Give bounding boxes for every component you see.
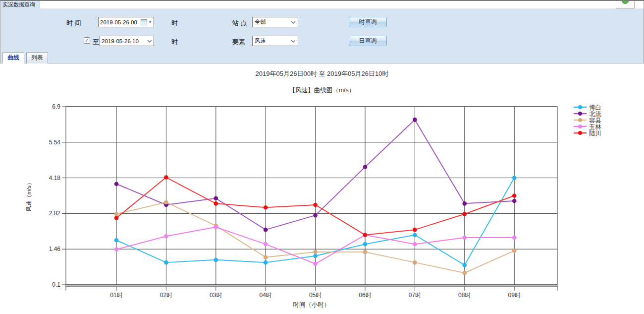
hour-query-button[interactable]: 时查询 xyxy=(349,17,387,27)
wind-speed-line-chart: 2019年05月26日00时 至 2019年05月26日10时【风速】曲线图（m… xyxy=(0,63,644,314)
element-selected-value: 风速 xyxy=(255,37,291,45)
svg-text:06时: 06时 xyxy=(359,292,371,299)
station-select[interactable]: 全部 xyxy=(252,17,298,27)
station-selected-value: 全部 xyxy=(255,18,291,26)
day-query-button[interactable]: 日查询 xyxy=(349,36,387,46)
svg-text:09时: 09时 xyxy=(508,292,521,299)
time-label: 时 间 xyxy=(66,19,81,28)
svg-text:玉林: 玉林 xyxy=(589,124,602,130)
end-time-value: 2019-05-26 10 xyxy=(102,38,147,44)
to-checkbox[interactable]: ✓ xyxy=(84,37,90,44)
svg-text:02时: 02时 xyxy=(160,292,172,299)
calendar-icon[interactable] xyxy=(141,19,147,25)
svg-text:陆川: 陆川 xyxy=(589,130,601,137)
svg-text:北流: 北流 xyxy=(589,111,602,118)
svg-text:博白: 博白 xyxy=(589,104,601,111)
window-title-tab[interactable]: 实况数据查询 xyxy=(0,1,40,8)
svg-text:【风速】曲线图（m/s）: 【风速】曲线图（m/s） xyxy=(289,87,355,94)
svg-text:4.18: 4.18 xyxy=(49,175,61,182)
tab-strip: 曲线 列表 xyxy=(0,51,644,63)
start-time-input[interactable]: 2019-05-26 00 ▼ xyxy=(98,17,154,27)
svg-text:5.54: 5.54 xyxy=(49,139,61,146)
hour-suffix-row1: 时 xyxy=(171,19,178,28)
station-label: 站 点 xyxy=(232,19,247,28)
svg-text:容县: 容县 xyxy=(589,117,601,124)
hour-suffix-row2: 时 xyxy=(171,38,178,47)
svg-text:05时: 05时 xyxy=(309,292,322,299)
chevron-down-icon xyxy=(291,21,296,24)
green-status-icon xyxy=(622,1,629,4)
element-label: 要素 xyxy=(232,38,245,47)
query-panel: 时 间 2019-05-26 00 ▼ 时 站 点 全部 xyxy=(0,8,644,51)
date-dropdown-icon[interactable]: ▼ xyxy=(148,20,152,24)
tab-curve[interactable]: 曲线 xyxy=(2,52,24,63)
svg-text:07时: 07时 xyxy=(409,292,421,299)
svg-text:01时: 01时 xyxy=(110,292,122,299)
chevron-down-icon xyxy=(291,40,296,43)
element-select[interactable]: 风速 xyxy=(252,36,298,46)
svg-text:1.46: 1.46 xyxy=(49,246,61,252)
svg-text:2.82: 2.82 xyxy=(49,210,61,217)
svg-text:03时: 03时 xyxy=(210,292,222,299)
start-time-value: 2019-05-26 00 xyxy=(100,19,141,25)
svg-text:6.9: 6.9 xyxy=(52,103,60,110)
title-bar: 实况数据查询 xyxy=(0,1,644,8)
chevron-down-icon[interactable] xyxy=(147,40,152,43)
end-time-input[interactable]: 2019-05-26 10 xyxy=(100,36,154,46)
chart-content: 2019年05月26日00时 至 2019年05月26日10时【风速】曲线图（m… xyxy=(0,63,644,314)
svg-text:04时: 04时 xyxy=(260,292,272,299)
svg-text:2019年05月26日00时 至 2019年05月26日10: 2019年05月26日00时 至 2019年05月26日10时 xyxy=(256,70,389,77)
realtime-data-query-window: 实况数据查询 时 间 2019-05-26 00 ▼ 时 站 点 xyxy=(0,0,644,314)
corner-button[interactable] xyxy=(616,1,635,8)
svg-text:08时: 08时 xyxy=(458,292,471,299)
svg-text:0.1: 0.1 xyxy=(52,281,60,288)
svg-text:风速（m/s）: 风速（m/s） xyxy=(26,180,32,212)
to-label: 至 xyxy=(93,38,99,47)
tab-list[interactable]: 列表 xyxy=(26,52,48,63)
svg-text:时间（小时）: 时间（小时） xyxy=(293,301,330,308)
